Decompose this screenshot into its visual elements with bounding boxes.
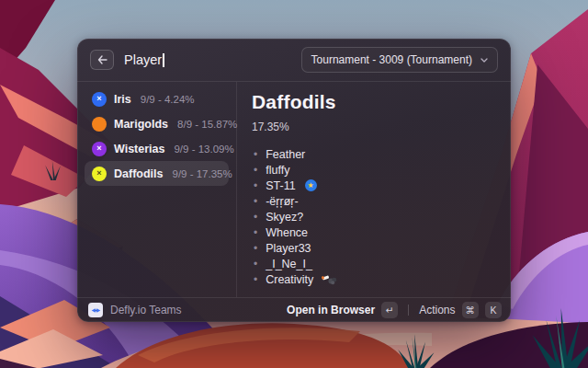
team-icon-x-circle: × (92, 142, 107, 156)
team-detail-panel: Daffodils 17.35% •Feather •fluffy •ST-11… (237, 82, 511, 297)
member-item: •Feather (254, 146, 496, 162)
desktop: Player Tournament - 3009 (Tournament) × … (0, 0, 588, 368)
member-item: •fluffy (254, 162, 496, 178)
team-name: Iris (114, 93, 131, 106)
team-row-daffodils[interactable]: × Daffodils 9/9 - 17.35% (85, 161, 229, 186)
tournament-dropdown[interactable]: Tournament - 3009 (Tournament) (301, 47, 498, 73)
actions-button[interactable]: Actions (419, 304, 455, 316)
search-bar: Player Tournament - 3009 (Tournament) (77, 39, 511, 82)
tournament-dropdown-value: Tournament - 3009 (Tournament) (311, 53, 472, 66)
k-key-icon: K (485, 302, 502, 318)
bullet-icon: • (254, 196, 257, 207)
launcher-window: Player Tournament - 3009 (Tournament) × … (77, 39, 511, 322)
bullet-icon: • (254, 243, 257, 254)
team-meta: 8/9 - 15.87% (177, 119, 237, 130)
search-input-value: Player (124, 52, 162, 67)
text-caret (163, 53, 164, 67)
detail-title: Daffodils (252, 91, 496, 113)
bullet-icon: • (254, 259, 257, 270)
team-row-marigolds[interactable]: Marigolds 8/9 - 15.87% (85, 111, 229, 136)
team-meta: 9/9 - 13.09% (174, 144, 233, 155)
bullet-icon: • (254, 149, 257, 160)
member-item: •Skyez? (254, 209, 496, 224)
return-key-icon: ↵ (381, 302, 398, 318)
member-list: •Feather •fluffy •ST-11 ★ •-ëŗŗøŗ- •Skye… (254, 146, 496, 287)
footer-divider (408, 305, 409, 316)
member-item: •Whence (254, 224, 496, 240)
member-item: •_I_Ne_I_ (254, 256, 496, 271)
team-icon-x-circle: × (92, 92, 107, 107)
back-button[interactable] (90, 50, 114, 70)
team-row-wisterias[interactable]: × Wisterias 9/9 - 13.09% (85, 136, 229, 161)
team-icon-x-circle: × (92, 167, 107, 181)
search-input[interactable]: Player (124, 52, 164, 67)
team-icon-circle (92, 117, 107, 132)
chevron-down-icon (481, 58, 488, 63)
detail-percentage: 17.35% (252, 121, 496, 133)
crayon-smoke-emoji (322, 274, 337, 285)
bullet-icon: • (254, 180, 257, 191)
team-name: Marigolds (114, 118, 168, 131)
results-area: × Iris 9/9 - 4.24% Marigolds 8/9 - 15.87… (77, 82, 511, 297)
defly-app-icon (88, 303, 103, 317)
team-list: × Iris 9/9 - 4.24% Marigolds 8/9 - 15.87… (77, 82, 237, 297)
bullet-icon: • (254, 274, 257, 285)
open-in-browser-button[interactable]: Open in Browser (287, 304, 375, 316)
member-item: •Player33 (254, 240, 496, 256)
member-item: •ST-11 ★ (254, 178, 496, 193)
left-arrow-icon (97, 55, 107, 64)
member-item: •Creativity (254, 271, 496, 287)
blue-star-badge-emoji: ★ (305, 179, 317, 191)
team-name: Wisterias (114, 143, 164, 155)
bullet-icon: • (254, 212, 257, 223)
team-name: Daffodils (114, 167, 163, 180)
command-key-icon: ⌘ (462, 302, 480, 318)
action-bar: Defly.io Teams Open in Browser ↵ Actions… (77, 297, 511, 322)
team-row-iris[interactable]: × Iris 9/9 - 4.24% (85, 86, 229, 111)
member-item: •-ëŗŗøŗ- (254, 193, 496, 209)
team-meta: 9/9 - 17.35% (172, 168, 232, 179)
app-name-label: Defly.io Teams (110, 304, 182, 316)
bullet-icon: • (254, 227, 257, 238)
team-meta: 9/9 - 4.24% (141, 94, 195, 105)
bullet-icon: • (254, 165, 257, 176)
